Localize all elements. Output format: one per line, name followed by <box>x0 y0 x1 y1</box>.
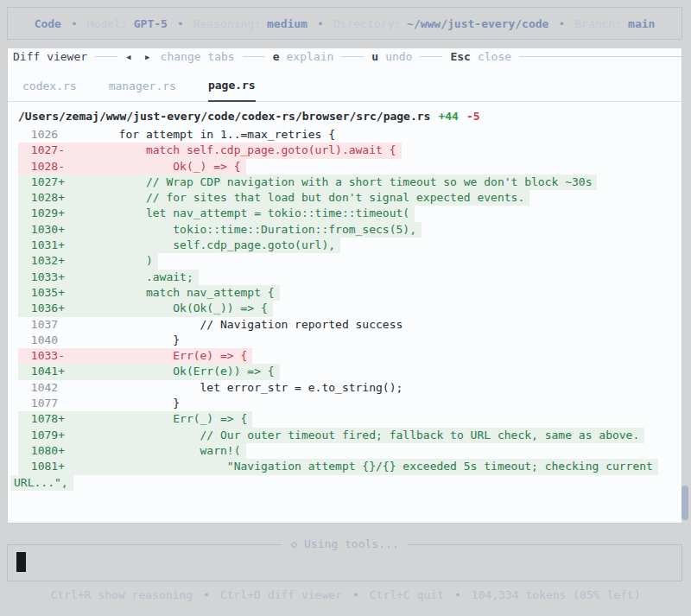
line-code: Err(e) => { <box>65 349 247 362</box>
line-number: 1035+ <box>22 285 65 301</box>
line-code: Ok(Ok(_)) => { <box>65 302 268 314</box>
change-tabs-hint: change tabs <box>161 50 235 63</box>
model-label: Model: <box>87 17 128 30</box>
dash-separator <box>341 56 364 57</box>
dash-separator <box>95 56 117 57</box>
change-tabs-arrows-icon: ◂ ▸ <box>125 50 153 63</box>
diff-line: 1041+ Ok(Err(e)) => { <box>8 364 681 379</box>
line-number: 1033- <box>22 348 65 364</box>
diff-line: 1080+ warn!( <box>8 443 681 459</box>
diff-line: 1036+ Ok(Ok(_)) => { <box>8 301 681 316</box>
line-code: URL...", <box>14 476 68 489</box>
line-number: 1077 <box>22 396 65 411</box>
line-code: for attempt in 1..=max_retries { <box>65 128 335 141</box>
line-code: // Our outer timeout fired; fallback to … <box>65 429 639 441</box>
line-number: 1029+ <box>22 206 65 221</box>
branch-label: Branch: <box>574 17 622 30</box>
line-number: 1028- <box>22 159 65 175</box>
line-number: 1027- <box>22 143 65 158</box>
scrollbar-thumb[interactable] <box>681 486 688 520</box>
line-code: warn!( <box>65 444 241 457</box>
tab-page-rs[interactable]: page.rs <box>208 79 256 102</box>
diff-line: 1035+ match nav_attempt { <box>8 285 681 301</box>
diff-line: 1033- Err(e) => { <box>8 348 681 364</box>
line-code: Ok(_) => { <box>65 160 241 173</box>
line-code: Ok(Err(e)) => { <box>65 365 275 378</box>
diamond-icon: ◇ <box>290 537 297 550</box>
text-cursor <box>16 552 26 572</box>
composer-status: ◇ Using tools... <box>282 537 407 550</box>
diff-viewer-header: Diff viewer ◂ ▸ change tabs e explain u … <box>8 48 681 65</box>
deletions-count: -5 <box>466 110 480 123</box>
branch-value: main <box>628 17 655 30</box>
line-number: 1040 <box>22 333 65 348</box>
line-number: 1080+ <box>22 443 65 459</box>
shortcut-label: show reasoning <box>98 588 193 601</box>
reasoning-value: medium <box>267 17 307 30</box>
line-code: ) <box>65 254 153 267</box>
diff-line: URL...", <box>8 475 681 491</box>
line-number: 1032+ <box>22 253 65 269</box>
line-number: 1041+ <box>22 364 65 379</box>
shortcut-show-reasoning: Ctrl+R show reasoning <box>50 588 193 601</box>
line-code: let error_str = e.to_string(); <box>65 381 403 394</box>
diff-line: 1077 } <box>8 396 681 411</box>
close-hint: close <box>478 50 511 63</box>
diff-viewer-panel: Diff viewer ◂ ▸ change tabs e explain u … <box>7 48 682 524</box>
diff-line: 1042 let error_str = e.to_string(); <box>8 380 681 396</box>
line-number: 1042 <box>22 380 65 396</box>
line-code: tokio::time::Duration::from_secs(5), <box>65 223 416 236</box>
diff-line: 1031+ self.cdp_page.goto(url), <box>8 238 681 253</box>
token-usage: 104,334 tokens (85% left) <box>472 588 641 601</box>
line-number: 1027+ <box>22 175 65 190</box>
separator-dot: • <box>177 17 184 30</box>
diff-line: 1027- match self.cdp_page.goto(url).awai… <box>8 143 681 158</box>
dash-separator <box>519 56 681 57</box>
diff-line: 1078+ Err(_) => { <box>8 411 681 427</box>
line-number: 1031+ <box>22 238 65 253</box>
line-number: 1028+ <box>22 190 65 206</box>
line-code: } <box>65 397 180 410</box>
shortcut-diff-viewer: Ctrl+D diff viewer <box>220 588 342 601</box>
explain-key: e <box>273 50 280 63</box>
additions-count: +44 <box>438 110 458 123</box>
undo-hint: undo <box>385 50 412 63</box>
diff-line: 1040 } <box>8 333 681 348</box>
diff-line: 1028- Ok(_) => { <box>8 159 681 175</box>
diff-line: 1028+ // for sites that load but don't s… <box>8 190 681 206</box>
separator-dot: • <box>317 17 324 30</box>
diff-line: 1081+ "Navigation attempt {}/{} exceeded… <box>8 459 681 474</box>
composer-input[interactable]: ◇ Using tools... <box>7 544 682 581</box>
diff-line: 1029+ let nav_attempt = tokio::time::tim… <box>8 206 681 221</box>
model-value: GPT-5 <box>134 17 168 30</box>
separator-dot: • <box>352 588 359 601</box>
tab-codex-rs[interactable]: codex.rs <box>22 79 77 101</box>
line-number: 1079+ <box>22 428 65 443</box>
reasoning-indicator: Reasoning: medium <box>193 17 307 30</box>
diff-line: 1026 for attempt in 1..=max_retries { <box>8 127 681 143</box>
diff-line: 1079+ // Our outer timeout fired; fallba… <box>8 428 681 443</box>
shortcut-quit: Ctrl+C quit <box>370 588 444 601</box>
line-number: 1033+ <box>22 270 65 285</box>
dash-separator <box>420 56 442 57</box>
line-number: 1078+ <box>22 411 65 427</box>
line-code: // Wrap CDP navigation with a short time… <box>65 175 592 188</box>
reasoning-label: Reasoning: <box>193 17 261 30</box>
line-code: let nav_attempt = tokio::time::timeout( <box>65 206 409 219</box>
tab-manager-rs[interactable]: manager.rs <box>109 79 176 101</box>
shortcut-key: Ctrl+R <box>50 588 91 601</box>
line-code: .await; <box>65 270 193 283</box>
line-number: 1030+ <box>22 222 65 238</box>
line-code: } <box>65 333 180 346</box>
shortcut-key: Ctrl+D <box>220 588 261 601</box>
esc-key: Esc <box>450 50 470 63</box>
app-name: Code <box>35 17 61 30</box>
diff-viewer-title: Diff viewer <box>13 50 87 63</box>
shortcut-key: Ctrl+C <box>370 588 410 601</box>
bottom-status-bar: Ctrl+R show reasoning • Ctrl+D diff view… <box>0 586 691 603</box>
line-code: match nav_attempt { <box>65 286 275 299</box>
line-number: 1081+ <box>22 459 65 474</box>
diff-line: 1030+ tokio::time::Duration::from_secs(5… <box>8 222 681 238</box>
line-number: 1036+ <box>22 301 65 316</box>
shortcut-label: diff viewer <box>268 588 342 601</box>
